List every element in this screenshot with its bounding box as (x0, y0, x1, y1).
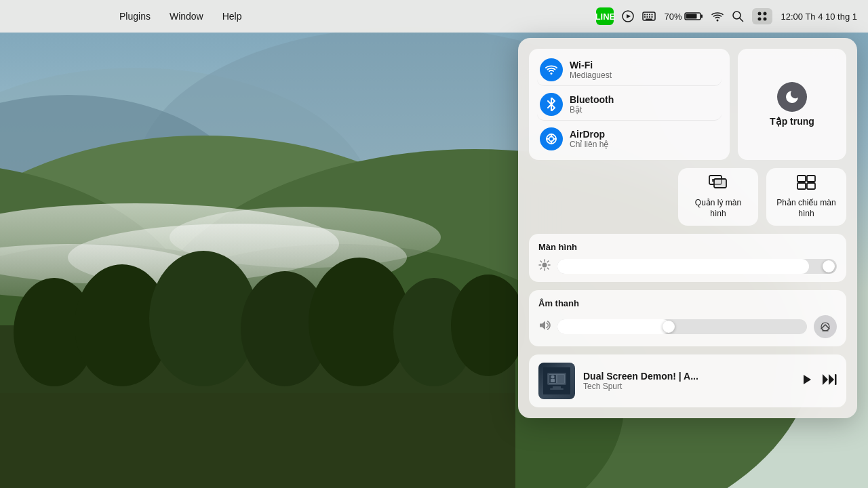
datetime: 12:00 Th 4 10 thg 1 (781, 12, 857, 22)
svg-rect-58 (807, 183, 815, 189)
airdrop-text: AirDrop Chỉ liên hệ (570, 129, 608, 149)
svg-rect-57 (797, 183, 806, 189)
brightness-section: Màn hình (529, 234, 846, 282)
svg-rect-81 (835, 374, 837, 385)
airdrop-item[interactable]: AirDrop Chỉ liên hệ (537, 123, 722, 155)
svg-line-66 (547, 261, 549, 262)
svg-point-20 (451, 274, 526, 376)
menubar-left: Plugins Window Help (11, 11, 596, 22)
airdrop-title: AirDrop (570, 129, 608, 140)
display-mgmt-icon (709, 175, 728, 194)
svg-rect-52 (714, 179, 726, 188)
bluetooth-text: Bluetooth Bật (570, 94, 614, 115)
svg-rect-27 (649, 14, 650, 16)
sound-label: Âm thanh (538, 298, 837, 308)
wifi-menu-icon[interactable] (711, 11, 724, 22)
svg-marker-79 (823, 374, 828, 385)
brightness-icon (538, 259, 551, 274)
keyboard-icon[interactable] (642, 12, 656, 21)
now-playing-block: Dual Screen Demon! | A... Tech Spurt (529, 354, 846, 407)
svg-rect-25 (644, 14, 646, 16)
svg-marker-23 (627, 14, 631, 18)
bluetooth-title: Bluetooth (570, 94, 614, 105)
screen-mirror-icon (797, 175, 816, 194)
connectivity-block: Wi-Fi Mediaguest Bluetooth Bật (529, 49, 730, 160)
sound-row (538, 315, 837, 338)
svg-rect-36 (686, 14, 697, 19)
screen-mirror-tile[interactable]: Phản chiếu màn hình (766, 168, 846, 226)
focus-block[interactable]: Tập trung (738, 49, 846, 160)
menubar: Plugins Window Help LINE (0, 0, 868, 33)
svg-point-41 (764, 12, 767, 16)
sound-slider[interactable] (557, 319, 807, 334)
svg-point-42 (758, 18, 762, 21)
focus-icon (777, 82, 807, 112)
display-mgmt-label: Quản lý màn hình (688, 198, 749, 219)
line-app-icon[interactable]: LINE (596, 7, 614, 25)
airdrop-icon (540, 127, 563, 150)
battery-indicator: 70% (664, 12, 703, 22)
svg-point-44 (551, 73, 553, 75)
display-management-tile[interactable]: Quản lý màn hình (678, 168, 758, 226)
svg-point-46 (549, 137, 554, 142)
play-button[interactable] (799, 372, 814, 390)
svg-rect-55 (797, 176, 806, 182)
svg-rect-21 (0, 393, 515, 488)
bluetooth-subtitle: Bật (570, 105, 614, 115)
svg-line-39 (740, 18, 743, 22)
menubar-right: LINE 70% (596, 7, 857, 25)
svg-point-43 (764, 18, 767, 21)
menu-plugins[interactable]: Plugins (119, 11, 151, 22)
svg-rect-35 (701, 15, 703, 18)
svg-marker-78 (804, 375, 811, 384)
control-center-panel: Wi-Fi Mediaguest Bluetooth Bật (518, 38, 857, 418)
battery-icon (684, 12, 703, 21)
svg-point-38 (733, 12, 741, 19)
brightness-slider[interactable] (557, 259, 837, 274)
skip-forward-button[interactable] (822, 373, 837, 388)
svg-rect-75 (557, 375, 564, 383)
svg-rect-29 (644, 16, 646, 18)
svg-rect-26 (647, 14, 648, 16)
sound-section: Âm thanh (529, 290, 846, 346)
screen-mirror-label: Phản chiếu màn hình (776, 198, 837, 219)
svg-rect-56 (807, 176, 815, 182)
brightness-slider-row (538, 259, 837, 274)
svg-line-64 (540, 261, 542, 262)
album-art (538, 363, 575, 399)
svg-point-59 (542, 263, 547, 268)
menu-help[interactable]: Help (222, 11, 242, 22)
svg-point-40 (758, 12, 762, 16)
search-icon[interactable] (732, 10, 744, 22)
svg-rect-77 (551, 379, 555, 382)
brightness-label: Màn hình (538, 242, 837, 252)
play-icon[interactable] (622, 10, 634, 22)
airplay-button[interactable] (814, 315, 837, 338)
menu-window[interactable]: Window (170, 11, 203, 22)
svg-rect-28 (652, 14, 653, 16)
svg-point-37 (717, 20, 719, 22)
wifi-subtitle: Mediaguest (570, 70, 612, 80)
battery-percent-text: 70% (664, 12, 682, 22)
svg-rect-33 (646, 19, 652, 20)
airdrop-subtitle: Chỉ liên hệ (570, 140, 608, 149)
svg-point-68 (821, 323, 829, 331)
second-row: Quản lý màn hình Phản chiếu màn hình (529, 168, 846, 226)
svg-point-16 (149, 251, 258, 386)
playback-controls (799, 372, 837, 390)
wifi-item[interactable]: Wi-Fi Mediaguest (537, 54, 722, 86)
top-row: Wi-Fi Mediaguest Bluetooth Bật (529, 49, 846, 160)
svg-line-65 (547, 268, 549, 269)
now-playing-text: Dual Screen Demon! | A... Tech Spurt (583, 371, 791, 391)
control-center-button[interactable] (752, 8, 772, 24)
bluetooth-item[interactable]: Bluetooth Bật (537, 89, 722, 121)
focus-label: Tập trung (770, 116, 814, 127)
wifi-icon (540, 58, 563, 81)
svg-point-76 (551, 375, 555, 379)
track-artist: Tech Spurt (583, 382, 791, 391)
wifi-title: Wi-Fi (570, 60, 612, 70)
svg-rect-30 (647, 16, 648, 18)
wifi-text: Wi-Fi Mediaguest (570, 60, 612, 80)
svg-marker-80 (829, 374, 834, 385)
svg-rect-73 (550, 388, 564, 390)
